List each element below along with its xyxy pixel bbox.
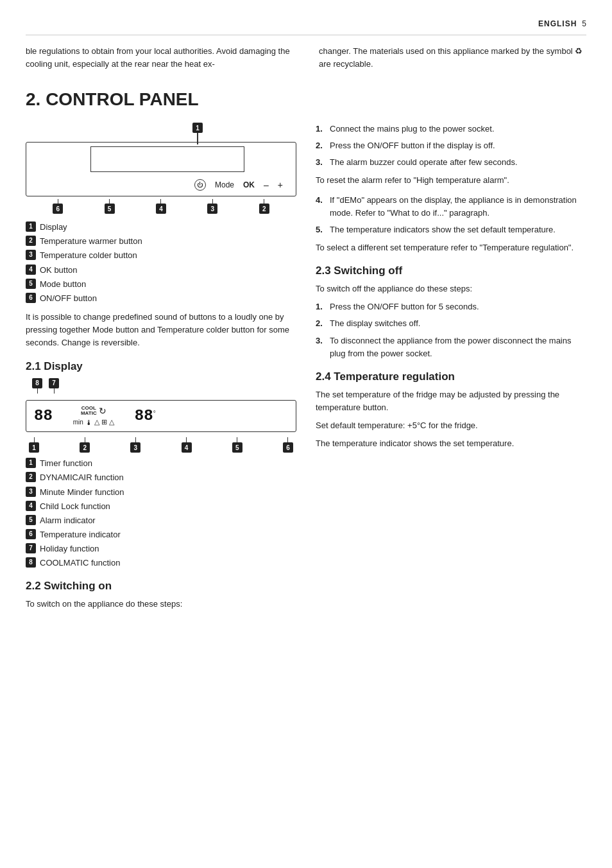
bottom-nums-row: 6 5 4 3 2 — [26, 199, 296, 214]
section-title: 2. CONTROL PANEL — [26, 89, 586, 110]
section-2-4-body1: The set temperature of the fridge may be… — [316, 388, 586, 414]
off-step-3-text: To disconnect the appliance from the pow… — [330, 334, 586, 360]
plus-btn-label: + — [278, 180, 283, 190]
section-2-4-body2: Set default temperature: +5°C for the fr… — [316, 419, 586, 432]
badge-3: 3 — [26, 250, 36, 260]
section-2-1-title: 2.1 Display — [26, 360, 296, 373]
step-1-text: Connect the mains plug to the power sock… — [330, 123, 495, 135]
degree-circle: ° — [153, 410, 156, 417]
step-5-text: The temperature indicators show the set … — [330, 223, 556, 236]
step-3-text: The alarm buzzer could operate after few… — [330, 156, 518, 169]
bottom-num-5: 5 — [105, 199, 115, 214]
left-digit-2: 8 — [43, 407, 52, 424]
panel-label-3: 3 Temperature colder button — [26, 250, 296, 261]
right-digit-1: 8 — [135, 407, 144, 424]
section-2-4-body3: The temperature indicator shows the set … — [316, 437, 586, 450]
header-language: ENGLISH — [538, 19, 577, 28]
display-box-inner: 8 8 COOLMATIC ↻ min 🌡 — [26, 400, 296, 433]
panel-label-5-text: Mode button — [40, 279, 86, 290]
temp-reg-note: To select a different set temperature re… — [316, 241, 586, 254]
panel-label-2-text: Temperature warmer button — [40, 236, 142, 247]
disp-badge-1: 1 — [26, 458, 36, 468]
main-content: 1 ⏻ Mode OK – + — [26, 123, 586, 616]
right-seg-display: 8 8 ° — [135, 407, 156, 424]
diag-num-5: 5 — [232, 437, 242, 453]
bottom-num-3: 3 — [207, 199, 217, 214]
panel-label-4: 4 OK button — [26, 265, 296, 276]
switching-on-steps-cont: 4. If "dEMo" appears on the display, the… — [316, 194, 586, 236]
display-label-3: 3 Minute Minder function — [26, 487, 296, 498]
display-box — [90, 146, 244, 172]
panel-label-2: 2 Temperature warmer button — [26, 236, 296, 247]
panel-label-5: 5 Mode button — [26, 279, 296, 290]
bottom-num-2: 2 — [259, 199, 269, 214]
diag-num-8-top: 8 — [32, 378, 42, 394]
display-label-1-text: Timer function — [40, 458, 92, 469]
step-4-text: If "dEMo" appears on the display, the ap… — [330, 194, 586, 220]
step-5-num: 5. — [316, 223, 326, 236]
minus-btn-label: – — [264, 180, 269, 190]
step-3-num: 3. — [316, 156, 326, 169]
tick-6 — [58, 199, 58, 204]
off-step-2-num: 2. — [316, 317, 326, 330]
alarm-icon: △ — [109, 418, 114, 426]
display-diagram-wrap: 8 7 8 8 — [26, 378, 296, 453]
step-5: 5. The temperature indicators show the s… — [316, 223, 586, 236]
diag-num-3: 3 — [130, 437, 140, 453]
display-content: 8 8 COOLMATIC ↻ min 🌡 — [34, 406, 288, 427]
middle-icons: COOLMATIC ↻ min 🌡 △ ⊞ △ — [62, 406, 126, 427]
ok-btn-label: OK — [243, 180, 255, 189]
badge-1-top: 1 — [192, 123, 203, 133]
diag-num-2: 2 — [80, 437, 90, 453]
buttons-bar: ⏻ Mode OK – + — [26, 179, 296, 191]
display-label-6: 6 Temperature indicator — [26, 529, 296, 541]
triangle-icon: △ — [94, 418, 99, 426]
panel-labels-list: 1 Display 2 Temperature warmer button 3 … — [26, 221, 296, 304]
disp-badge-2: 2 — [26, 472, 36, 482]
alarm-note: To reset the alarm refer to "High temper… — [316, 174, 586, 187]
disp-badge-7: 7 — [26, 543, 36, 553]
disp-badge-3: 3 — [26, 487, 36, 497]
display-label-2-text: DYNAMICAIR function — [40, 472, 124, 483]
tick-5 — [109, 199, 110, 204]
disp-badge-6: 6 — [26, 529, 36, 539]
diag-num-7-top: 7 — [49, 378, 59, 394]
header-pagenum: 5 — [582, 19, 586, 28]
right-digit-2: 8 — [144, 407, 153, 424]
lock-icon: ⊞ — [101, 418, 107, 426]
bottom-num-4: 4 — [156, 199, 166, 214]
step-2-text: Press the ON/OFF button if the display i… — [330, 139, 495, 152]
off-step-2-text: The display switches off. — [330, 317, 420, 330]
coolmatic-icon: ↻ — [99, 406, 106, 416]
top-icons-row: COOLMATIC ↻ — [81, 406, 106, 417]
step-1-num: 1. — [316, 123, 326, 135]
onoff-btn-circle: ⏻ — [194, 179, 206, 191]
intro-section: ble regulations to obtain from your loca… — [26, 45, 586, 70]
badge-1: 1 — [26, 221, 36, 232]
display-label-2: 2 DYNAMICAIR function — [26, 472, 296, 483]
panel-label-1-text: Display — [40, 221, 67, 233]
badge-4: 4 — [26, 265, 36, 275]
control-panel-diagram: 1 ⏻ Mode OK – + — [26, 123, 296, 214]
disp-badge-5: 5 — [26, 515, 36, 525]
display-label-3-text: Minute Minder function — [40, 487, 124, 498]
display-label-5: 5 Alarm indicator — [26, 515, 296, 526]
section-2-3-title: 2.3 Switching off — [316, 265, 586, 277]
badge-6: 6 — [26, 293, 36, 303]
header-bar: ENGLISH 5 — [26, 19, 586, 35]
left-digit-1: 8 — [34, 407, 43, 424]
display-label-7: 7 Holiday function — [26, 543, 296, 555]
coolmatic-label: COOLMATIC — [81, 406, 97, 417]
mode-btn-label: Mode — [215, 180, 234, 189]
intro-left: ble regulations to obtain from your loca… — [26, 45, 293, 70]
display-label-4: 4 Child Lock function — [26, 501, 296, 512]
section-2-2-body: To switch on the appliance do these step… — [26, 598, 296, 611]
display-top-nums: 8 7 — [32, 378, 296, 394]
step-3: 3. The alarm buzzer could operate after … — [316, 156, 586, 169]
switching-on-steps: 1. Connect the mains plug to the power s… — [316, 123, 586, 169]
display-label-8: 8 COOLMATIC function — [26, 557, 296, 569]
diag-num-4: 4 — [182, 437, 192, 453]
display-label-6-text: Temperature indicator — [40, 529, 121, 541]
step-2-num: 2. — [316, 139, 326, 152]
right-column: 1. Connect the mains plug to the power s… — [316, 123, 586, 616]
